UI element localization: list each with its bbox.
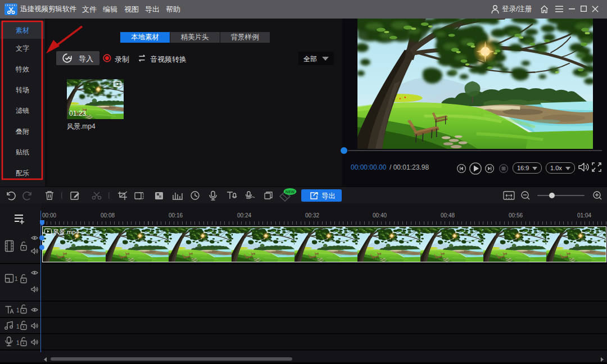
svg-text:1: 1 — [15, 276, 18, 282]
svg-text:1: 1 — [16, 307, 20, 313]
svg-text:1: 1 — [16, 324, 20, 330]
svg-text:NEW: NEW — [286, 190, 295, 194]
svg-text:导出: 导出 — [321, 192, 336, 200]
svg-text:1: 1 — [16, 340, 20, 346]
